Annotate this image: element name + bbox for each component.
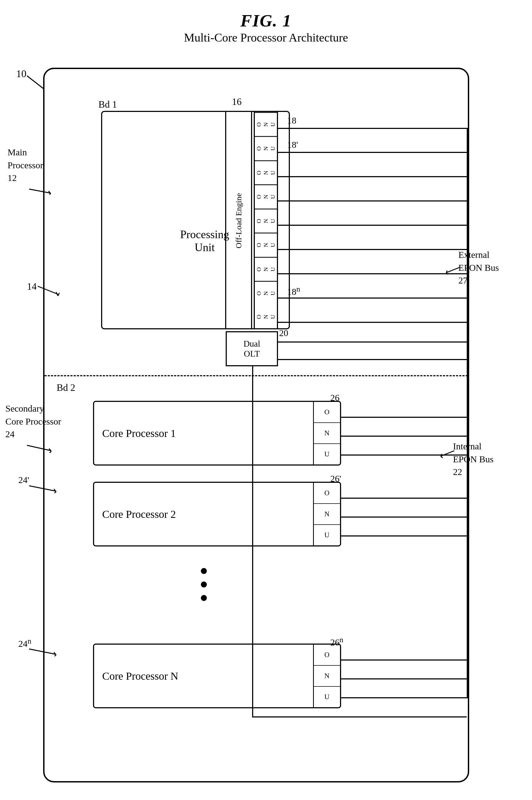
hline-6: [278, 249, 468, 250]
onu-cp1-u: U: [314, 444, 340, 464]
dual-olt-line1: [278, 341, 468, 342]
dot-2: [201, 581, 207, 588]
bd1-label: Bd 1: [98, 99, 117, 110]
onu-cp1-o: O: [314, 402, 340, 423]
onu-cell-4: ONU: [255, 184, 277, 208]
svg-line-8: [49, 194, 51, 194]
label-26n: 26n: [330, 635, 343, 648]
cpn-line1: [341, 659, 468, 661]
label-26p: 26': [330, 473, 341, 484]
internal-epon-vertical: [467, 128, 468, 698]
onu-cp2-n: N: [314, 504, 340, 525]
onu-cpn-n: N: [314, 666, 340, 687]
diagram-area: 10 Bd 1 ProcessingUnit Off-Load Engine 1…: [0, 46, 532, 800]
onu-stack: ONU ONU ONU ONU ONU ONU ONU ONU ONU: [254, 111, 278, 329]
onu-cell-7: ONU: [255, 257, 277, 281]
dual-olt-down-line: [252, 366, 253, 717]
cpn-line3: [341, 697, 468, 698]
svg-line-11: [50, 451, 51, 453]
arrow-sec-proc: [5, 437, 54, 456]
dual-olt-box: DualOLT: [226, 331, 278, 366]
page-title: FIG. 1 Multi-Core Processor Architecture: [0, 11, 532, 44]
figure-subtitle: Multi-Core Processor Architecture: [0, 31, 532, 44]
arrow-internal-epon: [437, 445, 458, 462]
cp2-line1: [341, 498, 468, 499]
cp1-line1: [341, 417, 468, 418]
dot-3: [201, 595, 207, 601]
cpn-line2: [341, 678, 468, 680]
label-18: 18: [287, 115, 296, 126]
figure-title: FIG. 1: [0, 11, 532, 31]
svg-line-15: [29, 649, 56, 654]
arrow-external-epon: [442, 262, 464, 278]
arrow-24n: [18, 644, 59, 660]
bd2-label: Bd 2: [57, 382, 75, 393]
label-20: 20: [279, 328, 288, 338]
onu-cell-9: ONU: [255, 305, 277, 328]
onu-cell-1: ONU: [255, 112, 277, 136]
dots-area: [201, 568, 207, 601]
svg-line-9: [27, 445, 51, 451]
svg-line-3: [38, 286, 58, 294]
onu-cell-8: ONU: [255, 281, 277, 305]
svg-line-14: [55, 492, 56, 493]
label-18p: 18': [287, 140, 298, 150]
hline-3: [278, 176, 468, 177]
svg-line-6: [29, 189, 51, 193]
ole-text-label: Off-Load Engine: [226, 112, 251, 329]
hline-18p: [278, 152, 468, 153]
svg-line-20: [441, 457, 443, 458]
onu-cell-2: ONU: [255, 136, 277, 160]
onu-cp2: O N U: [313, 483, 340, 545]
internal-epon-label: InternalEPON Bus22: [453, 440, 493, 479]
arrow-14: [27, 278, 62, 300]
core-proc-n-box: Core Processor N O N U: [93, 644, 341, 708]
onu-cpn: O N U: [313, 645, 340, 707]
outer-box: Bd 1 ProcessingUnit Off-Load Engine 16 O…: [43, 68, 469, 782]
hline-7: [278, 273, 468, 274]
dual-olt-bottom-line: [252, 717, 467, 718]
external-epon-label: ExternalEPON Bus27: [458, 248, 499, 287]
onu-cpn-u: U: [314, 687, 340, 707]
hline-9: [278, 322, 468, 323]
dual-olt-line2: [278, 359, 468, 360]
core-proc-1-label: Core Processor 1: [102, 402, 176, 464]
core-proc-n-label: Core Processor N: [102, 645, 178, 707]
onu-cp2-o: O: [314, 483, 340, 504]
hline-18: [278, 128, 468, 129]
cp2-line3: [341, 535, 468, 537]
cp2-line2: [341, 517, 468, 518]
arrow-main-proc: [7, 181, 56, 197]
hline-5: [278, 225, 468, 226]
core-proc-1-box: Core Processor 1 O N U: [93, 401, 341, 466]
onu-cp1: O N U: [313, 402, 340, 464]
arrow-24p: [18, 480, 59, 497]
svg-line-5: [58, 293, 59, 296]
label-16: 16: [232, 96, 242, 107]
dot-1: [201, 568, 207, 574]
svg-line-12: [29, 486, 56, 491]
onu-cpn-o: O: [314, 645, 340, 666]
hline-18n: [278, 298, 468, 299]
main-processor-label: MainProcessor12: [7, 146, 43, 185]
secondary-core-proc-label: SecondaryCore Processor24: [5, 402, 61, 441]
svg-line-21: [446, 267, 460, 273]
onu-cell-3: ONU: [255, 160, 277, 184]
onu-cp1-n: N: [314, 423, 340, 444]
onu-cp2-u: U: [314, 525, 340, 545]
svg-line-17: [55, 655, 56, 656]
cp1-line2: [341, 435, 468, 437]
svg-line-23: [446, 273, 448, 274]
core-proc-2-label: Core Processor 2: [102, 483, 176, 545]
dashed-divider: [44, 375, 468, 376]
onu-cell-5: ONU: [255, 208, 277, 232]
label-18n: 18n: [287, 285, 300, 297]
core-proc-2-box: Core Processor 2 O N U: [93, 482, 341, 546]
hline-4: [278, 200, 468, 202]
onu-cell-6: ONU: [255, 232, 277, 257]
svg-line-18: [441, 451, 454, 456]
label-26: 26: [330, 393, 340, 403]
